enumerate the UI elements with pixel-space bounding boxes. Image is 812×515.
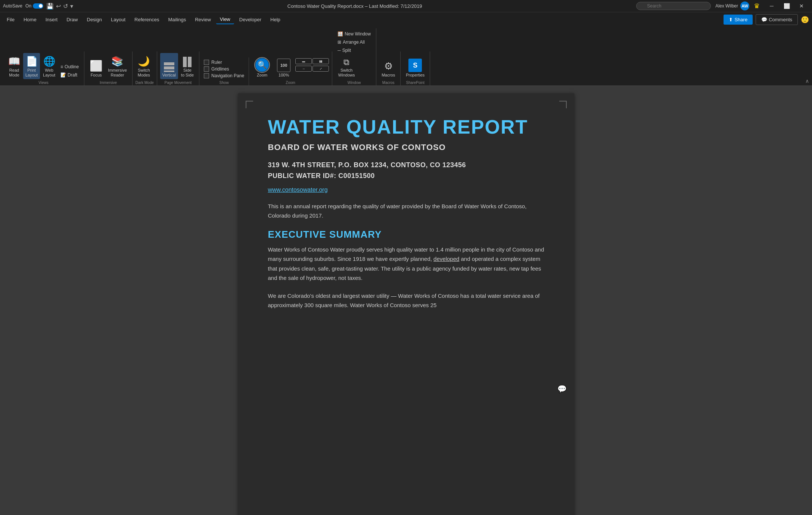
switch-modes-button[interactable]: 🌙 SwitchModes (136, 53, 152, 79)
read-mode-button[interactable]: 📖 ReadMode (6, 53, 22, 79)
ribbon-collapse-button[interactable]: ∧ (805, 78, 809, 84)
menu-home[interactable]: Home (20, 15, 40, 24)
document-page: WATER QUALITY REPORT BOARD OF WATER WORK… (238, 93, 574, 515)
autosave-pill[interactable] (33, 3, 43, 9)
document-title: WATER QUALITY REPORT (268, 116, 544, 138)
immersive-reader-button[interactable]: 📚 ImmersiveReader (106, 53, 129, 79)
save-icon[interactable]: 💾 (46, 3, 54, 10)
minimize-button[interactable]: ─ (764, 0, 779, 12)
views-label: Views (6, 81, 81, 85)
zoom-100-button[interactable]: 100 100% (274, 53, 293, 79)
ribbon-smile-icon[interactable]: 🙂 (801, 16, 809, 24)
share-button[interactable]: ⬆ Share (724, 15, 753, 25)
menu-review[interactable]: Review (191, 15, 215, 24)
zoom-button[interactable]: 🔍 Zoom (252, 53, 272, 79)
comments-button[interactable]: 💬 Comments (756, 14, 798, 25)
menu-draw[interactable]: Draw (63, 15, 81, 24)
sharepoint-items: S Properties (404, 53, 427, 79)
menu-file[interactable]: File (3, 15, 18, 24)
switch-windows-button[interactable]: ⧉ SwitchWindows (335, 56, 358, 79)
search-input[interactable] (636, 2, 711, 10)
new-window-icon: 🪟 (337, 31, 343, 37)
menu-insert[interactable]: Insert (42, 15, 62, 24)
autosave-label: AutoSave (3, 3, 22, 9)
menu-mailings[interactable]: Mailings (165, 15, 190, 24)
ruler-label: Ruler (211, 60, 222, 65)
arrange-all-button[interactable]: ⊞ Arrange All (335, 38, 367, 46)
ribbon-group-page-movement: Vertical Sideto Side Page Movement (157, 52, 199, 85)
side-to-side-icon (183, 57, 192, 67)
zoom-100-label: 100% (279, 73, 289, 78)
redo-icon[interactable]: ↺ (63, 3, 68, 10)
properties-button[interactable]: S Properties (404, 53, 427, 79)
immersive-items: ⬜ Focus 📚 ImmersiveReader (87, 53, 129, 79)
macros-icon: ⚙ (384, 60, 393, 72)
title-bar-right: 🔍 Alex Wilber AW ♛ ─ ⬜ ✕ (636, 0, 809, 12)
switch-windows-icon: ⧉ (343, 57, 349, 67)
print-layout-label: PrintLayout (25, 68, 38, 78)
page-corner-top-left (246, 101, 253, 108)
menu-design[interactable]: Design (83, 15, 106, 24)
ribbon: 📖 ReadMode 📄 PrintLayout 🌐 WebLayout ≡ O… (0, 27, 812, 86)
properties-icon: S (408, 59, 422, 72)
title-bar-center: Contoso Water Quality Report.docx – Last… (73, 3, 636, 9)
zoom-label: Zoom (257, 73, 267, 78)
two-page-icon: ▮▮ (319, 60, 322, 63)
comments-label: Comments (769, 17, 792, 22)
split-label: Split (342, 48, 351, 53)
maximize-button[interactable]: ⬜ (779, 0, 794, 12)
switch-modes-icon: 🌙 (138, 56, 150, 67)
new-window-button[interactable]: 🪟 New Window (335, 30, 373, 38)
draft-button[interactable]: 📝 Draft (58, 71, 81, 79)
focus-icon: ⬜ (90, 60, 103, 72)
menu-references[interactable]: References (131, 15, 163, 24)
document-intro: This is an annual report regarding the q… (268, 202, 544, 221)
draft-icon: 📝 (60, 72, 66, 78)
focus-button[interactable]: ⬜ Focus (87, 53, 105, 79)
read-mode-label: ReadMode (9, 68, 19, 78)
document-subtitle: BOARD OF WATER WORKS OF CONTOSO (268, 143, 544, 152)
menu-layout[interactable]: Layout (107, 15, 129, 24)
navigation-pane-checkbox[interactable]: Navigation Pane (202, 72, 246, 79)
web-layout-button[interactable]: 🌐 WebLayout (41, 53, 57, 79)
gridlines-checkbox[interactable]: Gridlines (202, 66, 230, 72)
zoom-grid-row1: ▬ ▮▮ (295, 58, 329, 64)
macros-group-label: Macros (379, 81, 397, 85)
more-icon[interactable]: ▾ (70, 3, 73, 10)
zoom-grid-row2: ↔ ⤢ (295, 66, 329, 72)
autosave-toggle[interactable]: On (25, 3, 43, 9)
menu-help[interactable]: Help (267, 15, 284, 24)
one-page-button[interactable]: ▬ (295, 58, 312, 64)
vertical-button[interactable]: Vertical (160, 53, 178, 79)
ribbon-content: 📖 ReadMode 📄 PrintLayout 🌐 WebLayout ≡ O… (3, 28, 809, 85)
document-area: WATER QUALITY REPORT BOARD OF WATER WORK… (0, 86, 812, 515)
draft-label: Draft (68, 72, 77, 78)
focus-label: Focus (91, 73, 102, 78)
page-width-button[interactable]: ↔ (295, 66, 312, 72)
two-page-button[interactable]: ▮▮ (312, 58, 329, 64)
switch-windows-label: SwitchWindows (338, 68, 355, 78)
macros-button[interactable]: ⚙ Macros (379, 53, 397, 79)
outline-button[interactable]: ≡ Outline (58, 63, 81, 71)
document-address: 319 W. 4TH STREET, P.O. BOX 1234, CONTOS… (268, 160, 544, 181)
side-to-side-button[interactable]: Sideto Side (179, 53, 196, 79)
switch-modes-label: SwitchModes (138, 68, 150, 78)
document-website[interactable]: www.contosowater.org (268, 187, 544, 193)
immersive-label: Immersive (87, 81, 129, 85)
exec-summary-title: EXECUTIVE SUMMARY (268, 229, 544, 240)
user-avatar[interactable]: AW (740, 1, 749, 10)
autosave-on-label: On (25, 3, 31, 9)
properties-label: Properties (406, 73, 424, 78)
comment-bubble-icon[interactable]: 💬 (557, 384, 567, 393)
ribbon-group-window: 🪟 New Window ⊞ Arrange All ─ Split ⧉ Swi… (332, 28, 376, 85)
page-zoom-button[interactable]: ⤢ (312, 66, 329, 72)
undo-icon[interactable]: ↩ (56, 3, 61, 10)
print-layout-button[interactable]: 📄 PrintLayout (23, 53, 40, 79)
split-button[interactable]: ─ Split (335, 46, 353, 54)
zoom-circle[interactable]: 🔍 (254, 57, 270, 73)
web-layout-icon: 🌐 (43, 56, 55, 67)
menu-developer[interactable]: Developer (236, 15, 265, 24)
ruler-checkbox[interactable]: Ruler (202, 59, 224, 66)
close-button[interactable]: ✕ (794, 0, 809, 12)
menu-view[interactable]: View (216, 15, 234, 24)
